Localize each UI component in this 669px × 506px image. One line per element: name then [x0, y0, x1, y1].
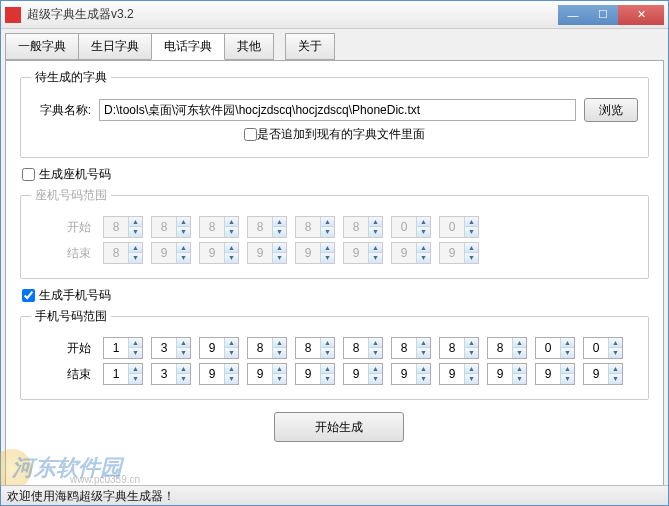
- main-window: 超级字典生成器v3.2 — ☐ ✕ 一般字典 生日字典 电话字典 其他 关于 待…: [0, 0, 669, 506]
- spinner-down-icon[interactable]: ▼: [416, 348, 430, 358]
- spinner-down-icon[interactable]: ▼: [176, 374, 190, 384]
- digit-spinner[interactable]: 8▲▼: [343, 337, 383, 359]
- spinner-up-icon[interactable]: ▲: [512, 364, 526, 374]
- spinner-down-icon[interactable]: ▼: [608, 348, 622, 358]
- digit-spinner[interactable]: 9▲▼: [439, 363, 479, 385]
- digit-spinner[interactable]: 9▲▼: [343, 363, 383, 385]
- tab-other[interactable]: 其他: [224, 33, 274, 60]
- spinner-down-icon: ▼: [464, 227, 478, 237]
- spinner-value: 9: [248, 367, 272, 381]
- digit-spinner[interactable]: 0▲▼: [583, 337, 623, 359]
- dict-path-input[interactable]: [99, 99, 576, 121]
- spinner-up-icon[interactable]: ▲: [368, 364, 382, 374]
- generate-button[interactable]: 开始生成: [274, 412, 404, 442]
- spinner-value: 8: [392, 341, 416, 355]
- spinner-up-icon[interactable]: ▲: [128, 364, 142, 374]
- close-button[interactable]: ✕: [618, 5, 664, 25]
- spinner-down-icon[interactable]: ▼: [560, 374, 574, 384]
- spinner-down-icon[interactable]: ▼: [128, 348, 142, 358]
- spinner-down-icon: ▼: [464, 253, 478, 263]
- spinner-up-icon: ▲: [128, 217, 142, 227]
- spinner-up-icon[interactable]: ▲: [416, 338, 430, 348]
- spinner-down-icon[interactable]: ▼: [368, 374, 382, 384]
- spinner-up-icon[interactable]: ▲: [272, 364, 286, 374]
- spinner-down-icon[interactable]: ▼: [320, 374, 334, 384]
- spinner-value: 9: [584, 367, 608, 381]
- tab-general[interactable]: 一般字典: [5, 33, 79, 60]
- digit-spinner[interactable]: 9▲▼: [199, 363, 239, 385]
- spinner-down-icon[interactable]: ▼: [560, 348, 574, 358]
- spinner-up-icon: ▲: [128, 243, 142, 253]
- tab-about[interactable]: 关于: [285, 33, 335, 60]
- spinner-down-icon[interactable]: ▼: [416, 374, 430, 384]
- digit-spinner[interactable]: 8▲▼: [391, 337, 431, 359]
- spinner-up-icon[interactable]: ▲: [416, 364, 430, 374]
- spinner-up-icon[interactable]: ▲: [464, 338, 478, 348]
- digit-spinner[interactable]: 8▲▼: [247, 337, 287, 359]
- spinner-up-icon[interactable]: ▲: [272, 338, 286, 348]
- spinner-up-icon[interactable]: ▲: [320, 338, 334, 348]
- spinner-value: 9: [392, 246, 416, 260]
- spinner-value: 9: [440, 367, 464, 381]
- browse-button[interactable]: 浏览: [584, 98, 638, 122]
- spinner-up-icon: ▲: [416, 243, 430, 253]
- minimize-button[interactable]: —: [558, 5, 588, 25]
- spinner-down-icon[interactable]: ▼: [512, 348, 526, 358]
- spinner-down-icon: ▼: [224, 227, 238, 237]
- digit-spinner[interactable]: 9▲▼: [247, 363, 287, 385]
- digit-spinner[interactable]: 1▲▼: [103, 337, 143, 359]
- spinner-down-icon[interactable]: ▼: [176, 348, 190, 358]
- spinner-up-icon[interactable]: ▲: [560, 364, 574, 374]
- digit-spinner[interactable]: 8▲▼: [295, 337, 335, 359]
- spinner-down-icon[interactable]: ▼: [512, 374, 526, 384]
- window-controls: — ☐ ✕: [558, 5, 664, 25]
- spinner-up-icon[interactable]: ▲: [128, 338, 142, 348]
- digit-spinner[interactable]: 8▲▼: [439, 337, 479, 359]
- digit-spinner[interactable]: 3▲▼: [151, 337, 191, 359]
- digit-spinner[interactable]: 9▲▼: [535, 363, 575, 385]
- spinner-up-icon[interactable]: ▲: [464, 364, 478, 374]
- spinner-up-icon[interactable]: ▲: [560, 338, 574, 348]
- spinner-up-icon[interactable]: ▲: [176, 364, 190, 374]
- spinner-down-icon[interactable]: ▼: [464, 374, 478, 384]
- spinner-value: 9: [296, 367, 320, 381]
- digit-spinner[interactable]: 9▲▼: [391, 363, 431, 385]
- landline-enable-checkbox[interactable]: [22, 168, 35, 181]
- window-title: 超级字典生成器v3.2: [27, 6, 558, 23]
- spinner-up-icon[interactable]: ▲: [608, 364, 622, 374]
- maximize-button[interactable]: ☐: [588, 5, 618, 25]
- spinner-up-icon[interactable]: ▲: [320, 364, 334, 374]
- spinner-up-icon[interactable]: ▲: [224, 338, 238, 348]
- digit-spinner[interactable]: 3▲▼: [151, 363, 191, 385]
- digit-spinner[interactable]: 8▲▼: [487, 337, 527, 359]
- spinner-down-icon[interactable]: ▼: [272, 348, 286, 358]
- mobile-enable-checkbox[interactable]: [22, 289, 35, 302]
- spinner-up-icon[interactable]: ▲: [176, 338, 190, 348]
- spinner-down-icon[interactable]: ▼: [464, 348, 478, 358]
- spinner-up-icon[interactable]: ▲: [512, 338, 526, 348]
- tab-birthday[interactable]: 生日字典: [78, 33, 152, 60]
- digit-spinner[interactable]: 0▲▼: [535, 337, 575, 359]
- spinner-down-icon[interactable]: ▼: [320, 348, 334, 358]
- digit-spinner[interactable]: 9▲▼: [487, 363, 527, 385]
- digit-spinner[interactable]: 9▲▼: [295, 363, 335, 385]
- append-checkbox[interactable]: [244, 128, 257, 141]
- spinner-down-icon[interactable]: ▼: [272, 374, 286, 384]
- spinner-down-icon[interactable]: ▼: [224, 374, 238, 384]
- spinner-down-icon[interactable]: ▼: [608, 374, 622, 384]
- digit-spinner: 8▲▼: [103, 242, 143, 264]
- spinner-down-icon[interactable]: ▼: [128, 374, 142, 384]
- spinner-down-icon: ▼: [176, 253, 190, 263]
- spinner-down-icon[interactable]: ▼: [368, 348, 382, 358]
- digit-spinner[interactable]: 1▲▼: [103, 363, 143, 385]
- digit-spinner: 8▲▼: [295, 216, 335, 238]
- tab-phone[interactable]: 电话字典: [151, 33, 225, 60]
- digit-spinner[interactable]: 9▲▼: [199, 337, 239, 359]
- spinner-value: 3: [152, 367, 176, 381]
- spinner-down-icon[interactable]: ▼: [224, 348, 238, 358]
- spinner-up-icon[interactable]: ▲: [224, 364, 238, 374]
- spinner-up-icon[interactable]: ▲: [368, 338, 382, 348]
- spinner-up-icon[interactable]: ▲: [608, 338, 622, 348]
- digit-spinner[interactable]: 9▲▼: [583, 363, 623, 385]
- spinner-value: 9: [296, 246, 320, 260]
